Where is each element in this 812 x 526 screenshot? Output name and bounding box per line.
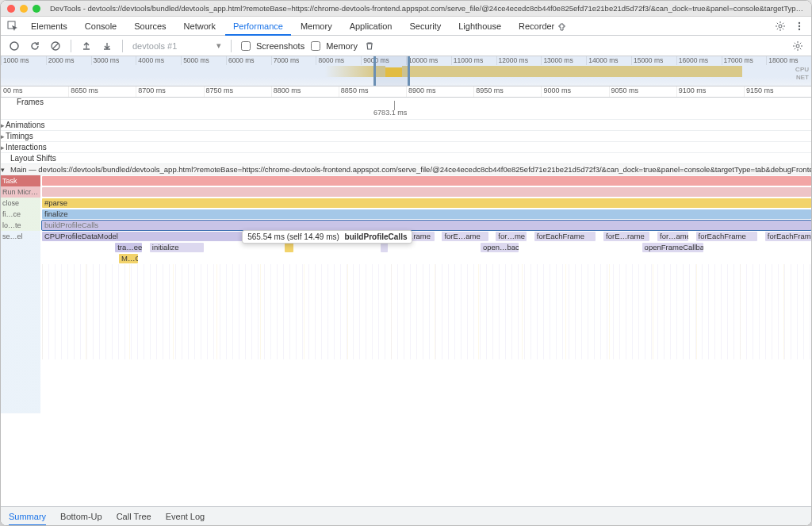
memory-checkbox-input[interactable] (311, 41, 320, 51)
capture-settings-icon[interactable] (789, 37, 806, 55)
flame-row-depth5: se…el CPUProfileDataModel 565.54 ms (sel… (1, 231, 811, 242)
bar-parse[interactable]: #parse (42, 198, 811, 208)
chevron-down-icon: ▾ (216, 40, 221, 51)
flame-row-microtasks: Run Microtasks (1, 186, 811, 198)
flame-gutter (1, 253, 40, 264)
screenshots-checkbox[interactable]: Screenshots (238, 39, 304, 53)
flame-chart[interactable]: Task Run Microtasks close #parse fi…ce f… (1, 175, 811, 506)
flame-sparse-area (42, 264, 811, 359)
overview-tick: 14000 ms (586, 56, 631, 65)
bar-buildprofilecalls-selected[interactable]: buildProfileCalls (42, 221, 811, 230)
performance-toolbar: devtools #1 ▾ Screenshots Memory (1, 36, 811, 56)
svg-point-2 (799, 21, 800, 23)
bottom-tab-event-log[interactable]: Event Log (166, 507, 205, 526)
overview-activity-fade (325, 66, 373, 77)
overview-tick: 4000 ms (136, 56, 181, 65)
ruler-tick: 8800 ms (271, 86, 339, 97)
bar-openback[interactable]: open…back (481, 243, 519, 252)
screenshots-checkbox-input[interactable] (241, 41, 251, 51)
tab-sources[interactable]: Sources (126, 17, 174, 36)
track-main[interactable]: Main — devtools://devtools/bundled/devto… (1, 164, 811, 175)
track-timings[interactable]: Timings (1, 131, 811, 142)
flame-gutter: lo…te (1, 220, 40, 231)
maximize-icon[interactable] (33, 5, 40, 13)
tab-lighthouse[interactable]: Lighthouse (450, 17, 509, 36)
bar-initialize[interactable]: initialize (150, 243, 204, 252)
track-layout-shifts[interactable]: Layout Shifts (1, 153, 811, 164)
bar-foreachframe[interactable]: forEachFrame (696, 232, 758, 241)
ruler[interactable]: 00 ms 8650 ms 8700 ms 8750 ms 8800 ms 88… (1, 86, 811, 98)
svg-point-1 (779, 25, 782, 28)
flame-row-depth7: M…C (1, 253, 811, 264)
bar-tiny[interactable] (381, 243, 389, 252)
bottom-tabs: Summary Bottom-Up Call Tree Event Log (1, 506, 811, 525)
frames-track[interactable]: Frames 6783.1 ms (1, 98, 811, 120)
inspect-icon[interactable] (4, 17, 21, 35)
track-interactions[interactable]: Interactions (1, 142, 811, 153)
ruler-tick: 8700 ms (136, 86, 203, 97)
flame-gutter: Task (1, 175, 40, 186)
tab-recorder[interactable]: Recorder (511, 17, 574, 36)
ruler-tick: 8750 ms (204, 86, 271, 97)
bar-foreachframe[interactable]: forE…rame (603, 232, 649, 241)
overview-tick: 7000 ms (271, 56, 316, 65)
bottom-tab-call-tree[interactable]: Call Tree (117, 507, 151, 526)
record-icon[interactable] (6, 37, 23, 55)
overview-tick: 2000 ms (46, 56, 91, 65)
tab-recorder-label: Recorder (519, 21, 554, 31)
ruler-tick: 9000 ms (541, 86, 608, 97)
bar-openframecallback[interactable]: openFrameCallback (642, 243, 704, 252)
more-icon[interactable] (791, 17, 808, 35)
ruler-tick: 8850 ms (339, 86, 406, 97)
overview-tick: 5000 ms (181, 56, 226, 65)
bar-foreachframe[interactable]: for…me (496, 232, 527, 241)
tab-application[interactable]: Application (342, 17, 400, 36)
ruler-tick: 8650 ms (68, 86, 136, 97)
profile-select-value: devtools #1 (132, 41, 177, 51)
bar-foreachframe[interactable]: forEachFrame (534, 232, 596, 241)
tooltip-text: 565.54 ms (self 14.49 ms) (247, 232, 339, 241)
tab-performance[interactable]: Performance (225, 17, 291, 36)
bar-cpuprofiledatamodel[interactable]: CPUProfileDataModel (42, 232, 273, 241)
overview-tick: 17000 ms (722, 56, 767, 65)
settings-icon[interactable] (772, 17, 789, 35)
ruler-tick: 9150 ms (744, 86, 811, 97)
flame-gutter: se…el (1, 231, 40, 242)
bar-traee[interactable]: tra…ee (115, 243, 142, 252)
mac-traffic-lights (7, 5, 40, 13)
overview-tick: 13000 ms (541, 56, 586, 65)
upload-icon[interactable] (78, 37, 95, 55)
bar-foreachframe[interactable]: forEachFrame (765, 232, 811, 241)
bar-finalize[interactable]: finalize (42, 209, 811, 219)
bar-microtasks[interactable] (42, 187, 811, 197)
bar-foreachframe[interactable]: for…ame (657, 232, 688, 241)
tab-elements[interactable]: Elements (23, 17, 75, 36)
overview-tick: 11000 ms (451, 56, 496, 65)
bottom-tab-summary[interactable]: Summary (9, 507, 46, 526)
overview-tick: 18000 ms (766, 56, 811, 65)
tab-security[interactable]: Security (401, 17, 449, 36)
tab-memory[interactable]: Memory (293, 17, 340, 36)
tab-console[interactable]: Console (77, 17, 124, 36)
bar-foreachframe[interactable]: forE…ame (442, 232, 488, 241)
track-animations[interactable]: Animations (1, 120, 811, 131)
overview-label-net: NET (795, 74, 809, 82)
overview-tick: 1000 ms (1, 56, 46, 65)
tab-network[interactable]: Network (176, 17, 224, 36)
bar-mc[interactable]: M…C (119, 254, 138, 263)
overview-label-cpu: CPU (795, 66, 809, 74)
overview-timeline[interactable]: 1000 ms 2000 ms 3000 ms 4000 ms 5000 ms … (1, 56, 811, 86)
download-icon[interactable] (98, 37, 116, 55)
trash-icon[interactable] (361, 37, 378, 55)
memory-checkbox[interactable]: Memory (308, 39, 358, 53)
overview-selection[interactable] (373, 56, 410, 86)
minimize-icon[interactable] (20, 5, 28, 13)
bar-task[interactable] (42, 176, 811, 186)
close-icon[interactable] (7, 5, 15, 13)
profile-select[interactable]: devtools #1 ▾ (129, 39, 224, 53)
reload-record-icon[interactable] (26, 37, 44, 55)
bottom-tab-bottom-up[interactable]: Bottom-Up (60, 507, 102, 526)
window-title: DevTools - devtools://devtools/bundled/d… (50, 4, 805, 13)
clear-icon[interactable] (47, 37, 64, 55)
bar-script[interactable] (285, 243, 294, 252)
